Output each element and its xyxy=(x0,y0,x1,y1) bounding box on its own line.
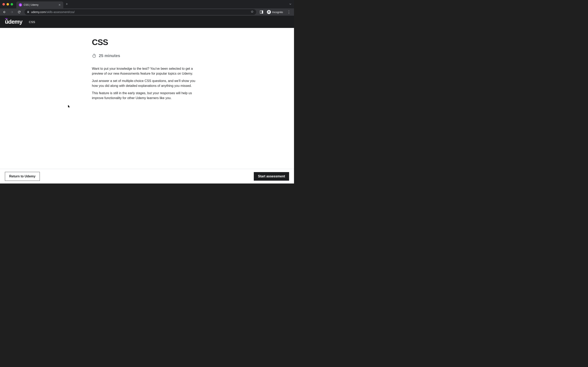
start-assessment-button[interactable]: Start assessment xyxy=(254,172,289,181)
reload-button[interactable] xyxy=(16,9,22,15)
description: Want to put your knowledge to the test? … xyxy=(92,66,202,100)
svg-rect-1 xyxy=(262,11,263,13)
duration-row: 25 minutes xyxy=(92,53,202,58)
forward-button[interactable] xyxy=(9,9,15,15)
tab-title: CSS | Udemy xyxy=(24,3,57,6)
description-paragraph: Want to put your knowledge to the test? … xyxy=(92,66,202,76)
page-body: CSS 25 minutes Want to put your knowledg… xyxy=(0,28,294,169)
tabs-dropdown-icon[interactable] xyxy=(289,2,292,6)
browser-tab[interactable]: û CSS | Udemy ✕ xyxy=(16,1,63,8)
udemy-logo[interactable]: ûdemy xyxy=(5,18,22,25)
window-maximize-button[interactable] xyxy=(11,3,13,6)
incognito-badge[interactable]: Incognito xyxy=(266,10,284,14)
back-button[interactable] xyxy=(2,9,7,15)
browser-tab-bar: û CSS | Udemy ✕ + xyxy=(0,0,294,8)
new-tab-button[interactable]: + xyxy=(66,2,68,6)
browser-address-bar: udemy.com/skills-assessment/css/ Incogni… xyxy=(0,8,294,16)
page-footer: Return to Udemy Start assessment xyxy=(0,169,294,184)
window-controls xyxy=(2,3,13,6)
page-content: ûdemy CSS CSS 25 minutes Want to put you… xyxy=(0,16,294,184)
window-close-button[interactable] xyxy=(2,3,5,6)
bookmark-star-icon[interactable] xyxy=(251,10,254,14)
lock-icon xyxy=(27,11,29,14)
incognito-label: Incognito xyxy=(272,11,283,14)
site-header: ûdemy CSS xyxy=(0,16,294,28)
url-input[interactable]: udemy.com/skills-assessment/css/ xyxy=(25,9,256,15)
incognito-icon xyxy=(267,10,271,14)
timer-icon xyxy=(92,54,96,58)
description-paragraph: Just answer a set of multiple-choice CSS… xyxy=(92,78,202,88)
window-minimize-button[interactable] xyxy=(7,3,9,6)
breadcrumb: CSS xyxy=(29,20,35,24)
duration-text: 25 minutes xyxy=(99,53,120,58)
browser-menu-icon[interactable]: ⋮ xyxy=(285,10,292,14)
tab-close-icon[interactable]: ✕ xyxy=(58,3,61,7)
return-button[interactable]: Return to Udemy xyxy=(5,172,40,181)
url-text: udemy.com/skills-assessment/css/ xyxy=(31,10,249,14)
extensions-icon[interactable] xyxy=(259,9,264,15)
description-paragraph: This feature is still in the early stage… xyxy=(92,91,202,100)
page-title: CSS xyxy=(92,38,202,47)
tab-favicon-icon: û xyxy=(19,3,22,7)
